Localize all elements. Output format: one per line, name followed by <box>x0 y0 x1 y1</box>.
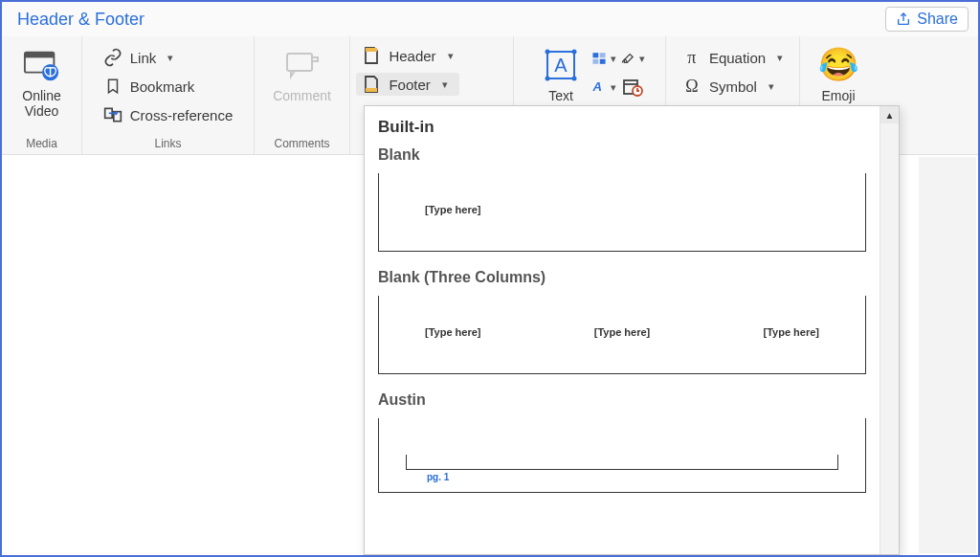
svg-point-11 <box>546 77 550 81</box>
footer-option-blank-three-columns[interactable]: Blank (Three Columns) [Type here] [Type … <box>378 269 866 374</box>
footer-option-austin[interactable]: Austin pg. 1 <box>378 391 866 493</box>
share-button[interactable]: Share <box>885 7 969 32</box>
svg-rect-16 <box>592 59 598 64</box>
bookmark-icon <box>103 77 122 96</box>
wordart-button[interactable]: A▾ <box>591 77 616 98</box>
comment-icon <box>283 46 322 84</box>
group-links-label: Links <box>154 135 181 152</box>
preview-three-columns: [Type here] [Type here] [Type here] <box>378 296 866 374</box>
emoji-icon: 😂 <box>819 46 858 84</box>
group-links: Link ▾ Bookmark Cross-reference Links <box>82 36 255 154</box>
chevron-down-icon: ▾ <box>639 53 645 65</box>
emoji-button[interactable]: 😂 Emoji <box>810 42 867 103</box>
signature-button[interactable]: ▾ <box>620 48 645 69</box>
header-dropdown-button[interactable]: Header ▾ <box>356 44 458 67</box>
link-button[interactable]: Link ▾ <box>98 46 239 69</box>
footer-gallery-dropdown: Built-in Blank [Type here] Blank (Three … <box>364 105 900 555</box>
cross-reference-icon <box>103 105 122 124</box>
chevron-down-icon: ▾ <box>442 78 448 91</box>
footer-option-blank[interactable]: Blank [Type here] <box>378 146 866 252</box>
chevron-down-icon: ▾ <box>448 50 454 62</box>
svg-point-9 <box>546 50 550 55</box>
group-comments-label: Comments <box>274 135 329 152</box>
cross-reference-button[interactable]: Cross-reference <box>98 103 239 126</box>
svg-text:A: A <box>591 79 601 94</box>
scroll-up-button[interactable]: ▲ <box>880 106 899 123</box>
svg-rect-5 <box>287 54 312 71</box>
svg-point-12 <box>572 77 577 81</box>
text-box-icon: A <box>542 46 580 84</box>
svg-rect-17 <box>600 59 606 64</box>
symbol-icon: Ω <box>682 77 702 96</box>
share-icon <box>896 11 911 27</box>
gallery-section-builtin: Built-in <box>378 118 866 137</box>
gallery-scrollbar[interactable]: ▲ <box>880 106 899 554</box>
group-media: Online Video Media <box>2 36 82 154</box>
group-comments: Comment Comments <box>255 36 350 154</box>
bookmark-button[interactable]: Bookmark <box>98 75 239 98</box>
svg-rect-14 <box>592 53 598 57</box>
svg-text:A: A <box>554 55 568 76</box>
equation-button[interactable]: π Equation ▾ <box>677 46 789 69</box>
symbol-button[interactable]: Ω Symbol ▾ <box>677 75 789 98</box>
equation-icon: π <box>682 48 702 67</box>
header-footer-title: Header & Footer <box>17 10 145 30</box>
chevron-down-icon: ▾ <box>768 80 774 93</box>
link-icon <box>103 48 122 67</box>
chevron-down-icon: ▾ <box>611 53 616 65</box>
svg-rect-15 <box>600 53 606 57</box>
svg-rect-1 <box>24 53 53 58</box>
preview-austin: pg. 1 <box>378 418 866 493</box>
chevron-down-icon: ▾ <box>777 52 783 64</box>
svg-rect-7 <box>366 88 377 92</box>
online-video-button[interactable]: Online Video <box>9 42 76 119</box>
online-video-icon <box>23 46 61 84</box>
comment-button: Comment <box>269 42 336 103</box>
text-box-button[interactable]: A Text <box>534 42 588 103</box>
date-time-button[interactable] <box>620 77 645 98</box>
footer-dropdown-button[interactable]: Footer ▾ <box>356 73 458 96</box>
header-icon <box>362 46 381 65</box>
quick-parts-button[interactable]: ▾ <box>591 48 616 69</box>
chevron-down-icon: ▾ <box>167 52 173 64</box>
titlebar: Header & Footer Share <box>2 2 978 36</box>
svg-rect-6 <box>366 48 377 52</box>
svg-point-10 <box>572 50 577 55</box>
chevron-down-icon: ▾ <box>611 81 616 94</box>
group-media-label: Media <box>26 135 57 152</box>
preview-blank: [Type here] <box>378 173 866 252</box>
footer-icon <box>362 75 381 94</box>
